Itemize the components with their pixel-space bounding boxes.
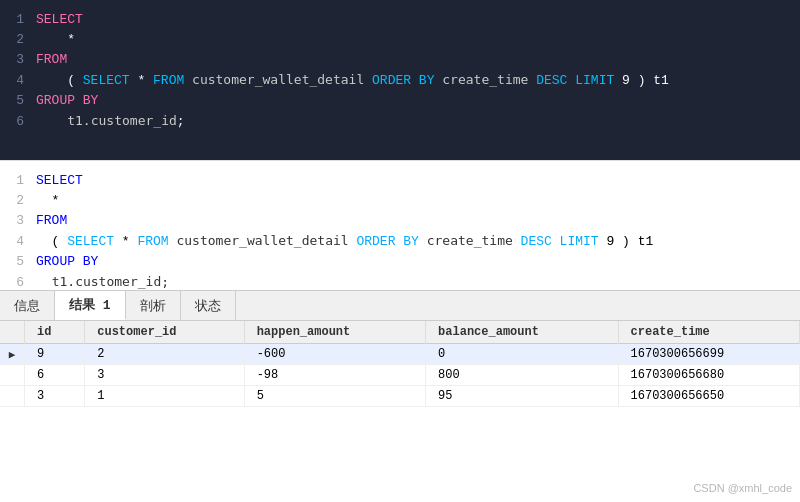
cell-customer-id: 3 [85, 365, 244, 386]
cell-balance-amount: 0 [426, 344, 618, 365]
line-number: 5 [8, 91, 36, 111]
row-indicator [0, 365, 25, 386]
tabs-bar: 信息 结果 1 剖析 状态 [0, 291, 800, 321]
col-header-create-time: create_time [618, 321, 799, 344]
code-line-dark-4: 4 ( SELECT * FROM customer_wallet_detail… [0, 70, 800, 91]
results-table: id customer_id happen_amount balance_amo… [0, 321, 800, 407]
table-row: ▶ 9 2 -600 0 1670300656699 [0, 344, 800, 365]
col-header-balance-amount: balance_amount [426, 321, 618, 344]
code-line-light-1: 1 SELECT [0, 171, 800, 191]
code-line-dark-5: 5 GROUP BY [0, 91, 800, 111]
code-line-light-2: 2 * [0, 191, 800, 211]
line-number: 1 [8, 171, 36, 191]
code-text: t1.customer_id; [36, 272, 792, 290]
line-number: 6 [8, 273, 36, 290]
code-line-dark-2: 2 * [0, 30, 800, 50]
light-code-editor: 1 SELECT 2 * 3 FROM 4 ( SELECT * FROM cu… [0, 160, 800, 290]
line-number: 5 [8, 252, 36, 272]
code-text: t1.customer_id; [36, 111, 792, 132]
table-row: 6 3 -98 800 1670300656680 [0, 365, 800, 386]
cell-balance-amount: 95 [426, 386, 618, 407]
code-text: FROM [36, 211, 792, 231]
cell-id: 3 [25, 386, 85, 407]
code-text: * [36, 30, 792, 50]
code-line-dark-3: 3 FROM [0, 50, 800, 70]
col-header-indicator [0, 321, 25, 344]
code-text: ( SELECT * FROM customer_wallet_detail O… [36, 231, 792, 252]
code-text: FROM [36, 50, 792, 70]
tab-profile[interactable]: 剖析 [126, 291, 181, 320]
table-row: 3 1 5 95 1670300656650 [0, 386, 800, 407]
cell-create-time: 1670300656650 [618, 386, 799, 407]
cell-balance-amount: 800 [426, 365, 618, 386]
col-header-customer-id: customer_id [85, 321, 244, 344]
cell-create-time: 1670300656680 [618, 365, 799, 386]
line-number: 2 [8, 191, 36, 211]
results-area: 信息 结果 1 剖析 状态 id customer_id happen_amou… [0, 290, 800, 502]
code-line-light-3: 3 FROM [0, 211, 800, 231]
tab-status[interactable]: 状态 [181, 291, 236, 320]
line-number: 4 [8, 71, 36, 91]
line-number: 2 [8, 30, 36, 50]
code-text: * [36, 191, 792, 211]
tab-info[interactable]: 信息 [0, 291, 55, 320]
line-number: 3 [8, 50, 36, 70]
table-header-row: id customer_id happen_amount balance_amo… [0, 321, 800, 344]
col-header-id: id [25, 321, 85, 344]
code-line-light-6: 6 t1.customer_id; [0, 272, 800, 290]
code-text: GROUP BY [36, 252, 792, 272]
code-line-light-4: 4 ( SELECT * FROM customer_wallet_detail… [0, 231, 800, 252]
cell-happen-amount: -98 [244, 365, 425, 386]
code-line-dark-1: 1 SELECT [0, 10, 800, 30]
cell-customer-id: 1 [85, 386, 244, 407]
line-number: 1 [8, 10, 36, 30]
cell-happen-amount: 5 [244, 386, 425, 407]
line-number: 3 [8, 211, 36, 231]
code-text: ( SELECT * FROM customer_wallet_detail O… [36, 70, 792, 91]
dark-code-editor: 1 SELECT 2 * 3 FROM 4 ( SELECT * FROM cu… [0, 0, 800, 160]
cell-customer-id: 2 [85, 344, 244, 365]
line-number: 6 [8, 112, 36, 132]
cell-create-time: 1670300656699 [618, 344, 799, 365]
results-table-wrapper[interactable]: id customer_id happen_amount balance_amo… [0, 321, 800, 502]
code-text: SELECT [36, 10, 792, 30]
cell-happen-amount: -600 [244, 344, 425, 365]
tab-results[interactable]: 结果 1 [55, 291, 126, 320]
col-header-happen-amount: happen_amount [244, 321, 425, 344]
cell-id: 9 [25, 344, 85, 365]
code-line-light-5: 5 GROUP BY [0, 252, 800, 272]
line-number: 4 [8, 232, 36, 252]
code-text: GROUP BY [36, 91, 792, 111]
code-text: SELECT [36, 171, 792, 191]
row-indicator [0, 386, 25, 407]
code-line-dark-6: 6 t1.customer_id; [0, 111, 800, 132]
cell-id: 6 [25, 365, 85, 386]
row-indicator: ▶ [0, 344, 25, 365]
watermark: CSDN @xmhl_code [693, 482, 792, 494]
